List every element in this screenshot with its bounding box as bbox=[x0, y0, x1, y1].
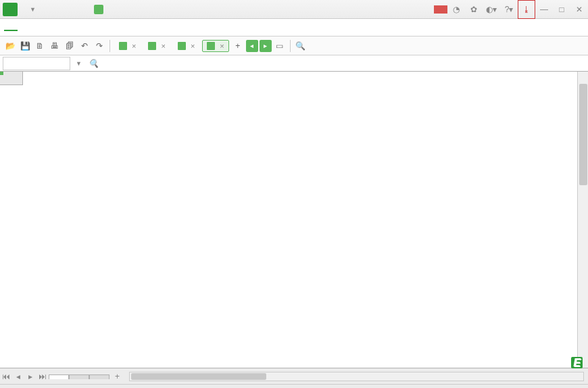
skin-icon[interactable]: ◐▾ bbox=[483, 0, 500, 19]
open-icon[interactable]: 📂 bbox=[3, 39, 17, 53]
app-badge-icon bbox=[3, 3, 18, 16]
menu-bar bbox=[0, 19, 588, 37]
doc-icon bbox=[148, 42, 156, 50]
sheet-tab-2[interactable] bbox=[69, 374, 89, 379]
close-icon[interactable]: × bbox=[191, 42, 195, 50]
doc-icon bbox=[119, 42, 127, 50]
menu-cloud[interactable] bbox=[112, 25, 126, 30]
separator bbox=[109, 40, 110, 52]
settings-icon[interactable]: ✿ bbox=[465, 0, 483, 19]
menu-formula[interactable] bbox=[45, 25, 58, 30]
sheet-last-icon[interactable]: ⏭ bbox=[36, 370, 49, 383]
separator bbox=[290, 40, 291, 52]
menu-view[interactable] bbox=[85, 25, 99, 30]
sync-icon[interactable]: ◔ bbox=[447, 0, 465, 19]
menu-dev[interactable] bbox=[99, 25, 112, 30]
status-bar: − + bbox=[0, 384, 588, 388]
close-button[interactable]: ✕ bbox=[570, 0, 588, 19]
menu-layout[interactable] bbox=[31, 25, 45, 30]
add-tab-icon[interactable]: + bbox=[231, 39, 245, 53]
formula-bar: ▼ 🔍 bbox=[0, 55, 588, 72]
print-icon[interactable]: 🖶 bbox=[48, 39, 62, 53]
formula-input[interactable] bbox=[111, 57, 588, 70]
vertical-scrollbar[interactable] bbox=[577, 72, 588, 368]
search-function-icon[interactable]: 🔍 bbox=[84, 59, 103, 68]
sheet-next-icon[interactable]: ▸ bbox=[24, 370, 36, 383]
nav-prev-icon[interactable]: ◂ bbox=[246, 40, 258, 52]
window-icon[interactable]: ▭ bbox=[273, 39, 287, 53]
app-menu-dropdown[interactable]: ▼ bbox=[26, 6, 40, 13]
download-icon[interactable]: ⭳ bbox=[518, 0, 535, 19]
scroll-thumb[interactable] bbox=[579, 84, 587, 185]
sheet-prev-icon[interactable]: ◂ bbox=[12, 370, 24, 383]
close-icon[interactable]: × bbox=[220, 42, 224, 50]
sheet-first-icon[interactable]: ⏮ bbox=[0, 370, 12, 383]
title-bar: ▼ ◔ ✿ ◐▾ ?▾ ⭳ — □ ✕ bbox=[0, 0, 588, 19]
doc-icon bbox=[178, 42, 186, 50]
sheet-tab-bar: ⏮ ◂ ▸ ⏭ + bbox=[0, 368, 588, 384]
menu-review[interactable] bbox=[72, 25, 85, 30]
watermark: E bbox=[571, 357, 584, 369]
close-icon[interactable]: × bbox=[132, 42, 136, 50]
menu-insert[interactable] bbox=[18, 25, 31, 30]
preview-icon[interactable]: 🗐 bbox=[63, 39, 76, 53]
toolbar: 📂 💾 🗎 🖶 🗐 ↶ ↷ × × × × + ◂ ▸ ▭ 🔍 bbox=[0, 37, 588, 55]
menu-tools[interactable] bbox=[126, 25, 139, 30]
menu-data[interactable] bbox=[58, 25, 72, 30]
export-icon[interactable]: 🗎 bbox=[33, 39, 47, 53]
menu-start[interactable] bbox=[4, 24, 18, 31]
doc-tab-4[interactable]: × bbox=[202, 40, 228, 52]
redo-icon[interactable]: ↷ bbox=[93, 39, 106, 53]
name-box-dropdown[interactable]: ▼ bbox=[73, 60, 84, 67]
document-icon bbox=[94, 5, 103, 14]
feedback-icon[interactable]: ?▾ bbox=[500, 0, 518, 19]
search-icon[interactable]: 🔍 bbox=[294, 39, 308, 53]
login-button[interactable] bbox=[434, 5, 447, 14]
select-all-corner[interactable] bbox=[0, 72, 23, 85]
add-sheet-icon[interactable]: + bbox=[109, 372, 125, 381]
spreadsheet-grid[interactable] bbox=[0, 72, 588, 368]
horizontal-scrollbar[interactable] bbox=[129, 372, 584, 381]
doc-tab-2[interactable]: × bbox=[143, 40, 170, 52]
close-icon[interactable]: × bbox=[161, 42, 165, 50]
doc-icon bbox=[207, 42, 215, 50]
doc-tab-3[interactable]: × bbox=[173, 40, 199, 52]
scroll-thumb[interactable] bbox=[131, 373, 266, 380]
undo-icon[interactable]: ↶ bbox=[78, 39, 91, 53]
save-icon[interactable]: 💾 bbox=[18, 39, 32, 53]
name-box[interactable] bbox=[3, 57, 70, 70]
sheet-tab-3[interactable] bbox=[89, 374, 109, 379]
maximize-button[interactable]: □ bbox=[553, 0, 570, 19]
nav-next-icon[interactable]: ▸ bbox=[260, 40, 272, 52]
sheet-tab-1[interactable] bbox=[49, 374, 69, 379]
doc-tab-1[interactable]: × bbox=[114, 40, 141, 52]
minimize-button[interactable]: — bbox=[535, 0, 553, 19]
